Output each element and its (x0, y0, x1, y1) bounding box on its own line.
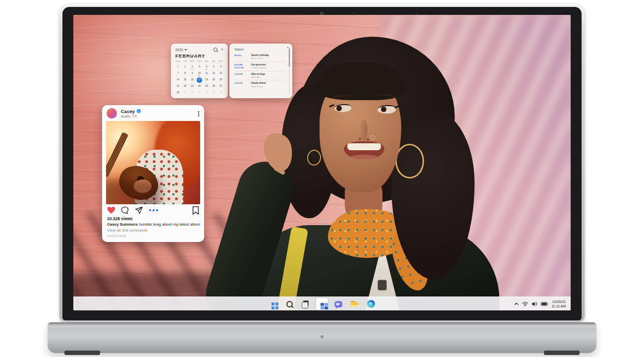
bookmark-icon[interactable] (192, 206, 199, 215)
calendar-day-cell[interactable]: 31 (174, 64, 181, 70)
agenda-item[interactable]: 6:00 PM·Family dinnerMom's house (234, 80, 285, 89)
agenda-item-bullet: · (247, 54, 251, 57)
calendar-day-cell[interactable]: 15 (181, 77, 188, 83)
chat-button[interactable] (332, 298, 344, 310)
post-photo-ukulele[interactable] (106, 121, 200, 204)
calendar-day-cell[interactable]: 1 (181, 64, 188, 70)
calendar-day-cell[interactable]: 9 (189, 70, 196, 76)
post-caption: Casey Summers humble brag about my lates… (107, 222, 200, 227)
search-button[interactable] (283, 298, 295, 310)
calendar-widget[interactable]: 2023 + FEBRUARY MONTUEWEDTHUFRISATSUN311… (171, 44, 228, 98)
calendar-day-cell[interactable]: 26 (210, 83, 217, 89)
edge-button[interactable] (365, 298, 377, 310)
calendar-day-cell[interactable]: 20 (217, 77, 224, 83)
post-views: 10.328 views (107, 216, 133, 221)
social-post-card[interactable]: Cacey ✓ Austin, TX (102, 105, 204, 242)
search-icon[interactable] (214, 48, 217, 52)
microphone-dot (416, 13, 418, 14)
calendar-weekday-header: FRI (203, 60, 210, 63)
calendar-day-cell[interactable]: 13 (217, 70, 224, 76)
calendar-month-label: FEBRUARY (175, 53, 205, 59)
agenda-list: All Day·Sarah's birthdayAustin, Texas8:0… (234, 53, 285, 89)
chevron-up-icon[interactable] (514, 302, 519, 305)
comment-icon[interactable] (121, 206, 129, 214)
volume-icon[interactable] (532, 301, 537, 306)
view-comments-link[interactable]: View all 328 comments (107, 228, 148, 233)
calendar-day-cell[interactable]: 28 (174, 90, 181, 96)
calendar-weekday-header: WED (189, 60, 196, 63)
post-location[interactable]: Austin, TX (121, 115, 137, 118)
calendar-day-cell[interactable]: 2 (189, 90, 196, 96)
calendar-day-cell[interactable]: 8 (181, 70, 188, 76)
calendar-day-cell[interactable]: 3 (196, 64, 203, 70)
post-author[interactable]: Casey Summers (107, 222, 138, 227)
post-username[interactable]: Cacey (121, 109, 135, 114)
calendar-day-cell[interactable]: 18 (203, 77, 210, 83)
agenda-widget[interactable]: × TODAY All Day·Sarah's birthdayAustin, … (229, 44, 292, 98)
avatar[interactable] (107, 108, 117, 119)
battery-icon[interactable] (541, 302, 548, 306)
agenda-item-bullet: · (247, 82, 251, 85)
calendar-day-cell[interactable]: 5 (210, 90, 217, 96)
calendar-day-cell[interactable]: 6 (217, 90, 224, 96)
add-event-button[interactable]: + (221, 48, 223, 51)
widgets-button[interactable] (316, 298, 328, 310)
calendar-day-cell[interactable]: 14 (174, 77, 181, 83)
start-button[interactable] (267, 298, 279, 310)
hoop-earring-right (395, 144, 424, 178)
calendar-day-cell[interactable]: 2 (189, 64, 196, 70)
tray-clock[interactable]: 10/20/21 11:11 AM (551, 299, 566, 309)
nose-ring (371, 135, 375, 140)
calendar-weekday-header: THU (196, 60, 203, 63)
calendar-day-cell[interactable]: 27 (217, 83, 224, 89)
desktop-screen: 2023 + FEBRUARY MONTUEWEDTHUFRISATSUN311… (73, 15, 571, 310)
calendar-day-cell[interactable]: 22 (181, 83, 188, 89)
rubber-foot (544, 351, 580, 355)
calendar-day-cell[interactable]: 23 (189, 83, 196, 89)
more-options-icon[interactable] (198, 111, 200, 113)
calendar-day-cell[interactable]: 1 (181, 90, 188, 96)
calendar-day-cell[interactable]: 11 (203, 70, 210, 76)
photo-shadow (106, 180, 161, 204)
calendar-selected-day[interactable]: 17 (196, 77, 203, 83)
calendar-day-cell[interactable]: 10 (196, 70, 203, 76)
hinge (48, 322, 596, 326)
file-explorer-button[interactable] (349, 298, 361, 310)
system-tray[interactable]: 10/20/21 11:11 AM (514, 297, 566, 310)
eye (377, 105, 396, 114)
share-icon[interactable] (135, 206, 143, 214)
agenda-item[interactable]: 3:00 PM·Hike w/ dogsGreenbelt (234, 71, 285, 81)
agenda-scrollbar[interactable] (289, 48, 290, 94)
agenda-item[interactable]: All Day·Sarah's birthdayAustin, Texas (234, 53, 285, 62)
agenda-item-subtitle: Austin, Texas (251, 57, 285, 60)
agenda-item-time: 8:00 AM12:15 PM (234, 63, 247, 69)
like-heart-icon[interactable] (107, 206, 115, 214)
calendar-day-cell[interactable]: 16 (189, 77, 196, 83)
calendar-day-cell[interactable]: 6 (217, 64, 224, 70)
wifi-icon[interactable] (522, 301, 528, 306)
post-header: Cacey ✓ Austin, TX (102, 105, 204, 121)
calendar-year-dropdown[interactable]: 2023 (175, 48, 183, 52)
calendar-day-cell[interactable]: 21 (174, 83, 181, 89)
nostril (367, 138, 369, 140)
tray-time: 11:11 AM (551, 304, 566, 308)
calendar-day-cell[interactable]: 4 (203, 64, 210, 70)
calendar-day-cell[interactable]: 7 (174, 70, 181, 76)
calendar-day-cell[interactable]: 5 (210, 64, 217, 70)
agenda-item-time: 3:00 PM (234, 73, 247, 76)
nostril (359, 138, 361, 140)
task-view-button[interactable] (300, 298, 312, 310)
calendar-day-cell[interactable]: 24 (196, 83, 203, 89)
calendar-weekday-header: MON (174, 60, 181, 63)
calendar-day-cell[interactable]: 4 (203, 90, 210, 96)
calendar-day-cell[interactable]: 12 (210, 70, 217, 76)
calendar-day-cell[interactable]: 3 (196, 90, 203, 96)
calendar-day-cell[interactable]: 19 (210, 77, 217, 83)
agenda-item-subtitle: Greenbelt (251, 76, 285, 79)
calendar-day-cell[interactable]: 25 (203, 83, 210, 89)
agenda-item[interactable]: 8:00 AM12:15 PM·Get groceriesOnline shop… (234, 62, 285, 71)
calendar-weekday-header: TUE (181, 60, 188, 63)
agenda-title: TODAY (234, 48, 244, 51)
carousel-dots-indicator (149, 209, 151, 211)
agenda-item-bullet: · (247, 63, 251, 66)
